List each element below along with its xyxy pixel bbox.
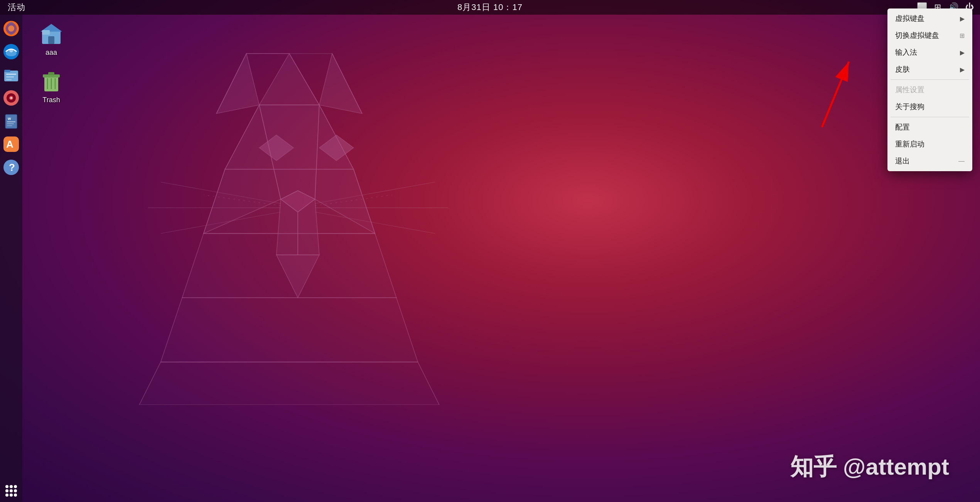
svg-text:W: W (8, 117, 11, 121)
menu-item-quit-shortcut: — (958, 158, 965, 165)
svg-rect-39 (6, 76, 14, 77)
svg-rect-40 (6, 79, 12, 80)
svg-point-32 (8, 25, 14, 32)
menu-item-switch-virtual-keyboard[interactable]: 切换虚拟键盘 ⊞ (887, 27, 972, 44)
menu-item-skin-arrow: ▶ (960, 66, 965, 73)
menu-item-restart-label: 重新启动 (895, 139, 924, 149)
svg-rect-57 (48, 36, 54, 44)
svg-rect-49 (7, 123, 14, 124)
svg-marker-29 (139, 362, 439, 405)
dock-item-appstore[interactable]: A (1, 134, 21, 154)
desktop-icons: aaa Trash (26, 19, 76, 107)
dock-item-help[interactable]: ? (1, 157, 21, 177)
menu-item-switch-vk-label: 切换虚拟键盘 (895, 30, 939, 40)
rhythmbox-icon (2, 89, 20, 107)
dock-item-firefox[interactable] (1, 19, 21, 39)
menu-item-quit[interactable]: 退出 — (887, 153, 972, 170)
svg-rect-50 (7, 125, 12, 126)
svg-marker-0 (259, 54, 319, 105)
dock-item-files[interactable] (1, 65, 21, 85)
app-grid-button[interactable] (0, 480, 22, 502)
svg-text:A: A (6, 138, 13, 150)
desktop-icon-home[interactable]: aaa (26, 19, 76, 60)
svg-point-44 (10, 97, 12, 99)
watermark: 知乎 @attempt (790, 451, 949, 483)
home-icon-label: aaa (46, 49, 57, 57)
red-arrow-annotation (729, 50, 853, 135)
menu-separator-2 (891, 117, 969, 117)
context-menu: 虚拟键盘 ▶ 切换虚拟键盘 ⊞ 输入法 ▶ 皮肤 ▶ 属性设置 关于搜狗 (887, 8, 972, 171)
menu-item-input-method[interactable]: 输入法 ▶ (887, 44, 972, 61)
menu-item-skin[interactable]: 皮肤 ▶ (887, 61, 972, 78)
svg-marker-5 (319, 54, 362, 114)
menu-item-input-method-arrow: ▶ (960, 49, 965, 56)
desktop-icon-trash[interactable]: Trash (26, 66, 76, 107)
svg-line-66 (822, 62, 849, 127)
menu-item-properties[interactable]: 属性设置 (887, 81, 972, 98)
menu-item-config-label: 配置 (895, 122, 910, 132)
appstore-icon: A (2, 135, 20, 153)
svg-rect-61 (48, 72, 54, 75)
menu-item-about-label: 关于搜狗 (895, 102, 924, 112)
cat-art (77, 19, 501, 405)
home-icon (39, 22, 64, 46)
svg-rect-48 (7, 121, 15, 122)
top-panel: 活动 8月31日 10：17 ⬜ ⊞ 🔊 ⏻ (0, 0, 980, 15)
files-icon (2, 66, 20, 84)
panel-datetime[interactable]: 8月31日 10：17 (457, 2, 523, 13)
svg-marker-28 (161, 298, 418, 362)
menu-item-virtual-keyboard-label: 虚拟键盘 (895, 13, 924, 24)
menu-item-virtual-keyboard[interactable]: 虚拟键盘 ▶ (887, 10, 972, 27)
svg-rect-37 (4, 70, 10, 72)
help-icon: ? (2, 158, 20, 176)
panel-left: 活动 (5, 2, 28, 13)
dock-item-rhythmbox[interactable] (1, 88, 21, 108)
trash-icon-label: Trash (42, 96, 60, 104)
activities-button[interactable]: 活动 (5, 2, 28, 13)
trash-icon (39, 69, 64, 94)
menu-item-config[interactable]: 配置 (887, 119, 972, 136)
menu-item-quit-label: 退出 (895, 156, 910, 166)
menu-item-input-method-label: 输入法 (895, 47, 917, 57)
dock-item-writer[interactable]: W (1, 111, 21, 131)
menu-item-properties-label: 属性设置 (895, 85, 924, 95)
thunderbird-icon (2, 43, 20, 61)
menu-separator-1 (891, 79, 969, 80)
svg-point-35 (9, 49, 13, 52)
svg-marker-4 (216, 54, 259, 114)
dock: W A ? (0, 15, 22, 480)
menu-item-skin-label: 皮肤 (895, 64, 910, 74)
menu-item-restart[interactable]: 重新启动 (887, 136, 972, 153)
svg-rect-38 (6, 74, 16, 75)
firefox-icon (2, 20, 20, 37)
menu-item-switch-vk-shortcut: ⊞ (960, 32, 965, 39)
app-grid-icon (5, 485, 17, 497)
desktop: 活动 8月31日 10：17 ⬜ ⊞ 🔊 ⏻ (0, 0, 980, 502)
menu-item-virtual-keyboard-arrow: ▶ (960, 15, 965, 22)
menu-item-about[interactable]: 关于搜狗 (887, 98, 972, 115)
writer-icon: W (2, 112, 20, 130)
dock-item-thunderbird[interactable] (1, 42, 21, 62)
svg-rect-58 (42, 30, 50, 35)
svg-text:?: ? (9, 162, 15, 173)
